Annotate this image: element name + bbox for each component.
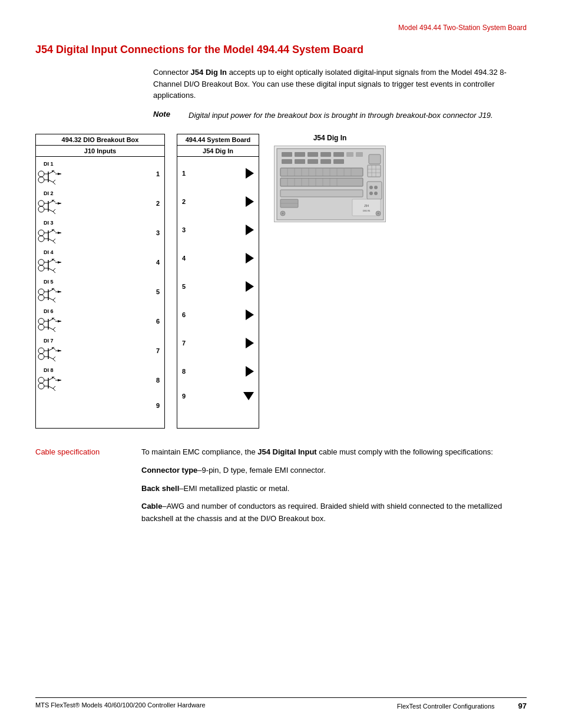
di-number: 6 (156, 318, 160, 325)
buffer-arrow (246, 338, 254, 348)
sb-number: 4 (182, 255, 194, 262)
table-row: 5 (177, 272, 259, 301)
j54-area: J54 Dig In (271, 134, 389, 222)
svg-rect-131 (280, 168, 363, 176)
di-circuit-symbol: DI 1 (38, 161, 62, 187)
svg-point-44 (38, 265, 44, 271)
svg-text:J54: J54 (363, 204, 368, 207)
svg-line-25 (53, 209, 55, 212)
svg-point-99 (38, 377, 44, 383)
buffer-arrow (246, 309, 254, 320)
svg-line-34 (48, 230, 53, 233)
svg-text:DI 7: DI 7 (44, 338, 54, 344)
svg-point-100 (38, 383, 44, 389)
svg-line-49 (48, 268, 53, 271)
svg-line-66 (53, 300, 55, 302)
svg-rect-126 (368, 165, 381, 177)
svg-line-108 (53, 388, 55, 391)
svg-point-2 (38, 177, 44, 183)
sb-number: 5 (182, 283, 194, 290)
svg-marker-13 (58, 173, 61, 175)
page: Model 494.44 Two-Station System Board J5… (0, 0, 562, 728)
di-number: 4 (156, 259, 160, 266)
buffer-arrow (246, 281, 254, 292)
di-rows: DI 1 (36, 157, 164, 419)
svg-line-95 (53, 357, 55, 359)
svg-line-80 (53, 330, 55, 332)
svg-point-57 (38, 289, 44, 295)
di-number: 2 (156, 200, 160, 207)
di-circuit-symbol: DI 8 (38, 367, 62, 393)
svg-line-20 (48, 201, 53, 203)
svg-rect-116 (320, 152, 331, 157)
connector-type-spec: Connector type–9-pin, D type, female EMI… (141, 465, 527, 477)
svg-point-155 (374, 192, 378, 195)
svg-text:DI 1: DI 1 (44, 161, 54, 167)
table-row: 8 (177, 357, 259, 386)
table-row: DI 2 (36, 189, 164, 218)
svg-marker-55 (58, 261, 61, 263)
svg-line-109 (53, 386, 55, 388)
sb-number: 2 (182, 198, 194, 205)
svg-rect-132 (280, 178, 363, 186)
note-text: Digital input power for the breakout box… (189, 110, 493, 121)
svg-line-39 (53, 239, 55, 241)
svg-point-1 (38, 171, 44, 177)
j54-bold-intro: J54 Dig In (191, 68, 227, 77)
svg-rect-114 (295, 152, 305, 157)
cable-spec-detail: Cable–AWG and number of conductors as re… (141, 500, 527, 525)
connector-type-label: Connector type (141, 466, 197, 475)
svg-marker-83 (58, 320, 61, 322)
svg-point-85 (38, 348, 44, 354)
table-row: 2 (177, 187, 259, 216)
svg-point-86 (38, 354, 44, 360)
sb-number: 8 (182, 368, 194, 375)
svg-line-81 (53, 327, 55, 330)
sb-number: 1 (182, 170, 194, 177)
sb-number: 6 (182, 311, 194, 318)
svg-point-16 (38, 206, 44, 212)
di-circuit-symbol: DI 3 (38, 220, 62, 246)
svg-point-154 (369, 192, 373, 195)
svg-point-15 (38, 200, 44, 206)
sb-number: 7 (182, 340, 194, 347)
svg-marker-27 (58, 202, 61, 205)
svg-rect-124 (333, 159, 344, 164)
di-circuit-symbol: DI 7 (38, 338, 62, 364)
svg-text:DI 5: DI 5 (44, 279, 54, 285)
svg-point-152 (369, 186, 373, 189)
svg-rect-117 (333, 152, 344, 157)
table-row: 9 (177, 386, 259, 407)
table-row: 1 (177, 159, 259, 187)
svg-rect-120 (282, 159, 292, 164)
svg-text:DIG IN: DIG IN (362, 209, 369, 212)
table-row: DI 6 (36, 307, 164, 336)
buffer-arrow (246, 196, 254, 207)
cable-spec-intro: To maintain EMC compliance, the J54 Digi… (141, 446, 527, 459)
svg-point-71 (38, 318, 44, 324)
table-row: DI 3 (36, 218, 164, 248)
backshell-spec: Back shell–EMI metallized plastic or met… (141, 483, 527, 495)
sb-number: 3 (182, 226, 194, 233)
svg-rect-122 (308, 159, 318, 164)
buffer-arrow (246, 366, 254, 377)
svg-point-58 (38, 295, 44, 301)
svg-line-7 (48, 180, 53, 182)
svg-line-53 (53, 268, 55, 271)
connector-type-text: –9-pin, D type, female EMI connector. (197, 466, 326, 475)
svg-rect-113 (282, 152, 292, 157)
footer-right-text: FlexTest Controller Configurations (397, 703, 495, 710)
di-number: 1 (156, 170, 160, 177)
svg-line-105 (48, 386, 53, 388)
svg-line-21 (48, 209, 53, 212)
cable-spec-content: To maintain EMC compliance, the J54 Digi… (141, 446, 527, 531)
svg-line-38 (53, 241, 55, 243)
table-row: DI 8 (36, 365, 164, 395)
svg-point-164 (282, 212, 283, 214)
svg-line-91 (48, 357, 53, 359)
svg-line-10 (53, 182, 55, 185)
svg-line-77 (48, 327, 53, 330)
di-number: 3 (156, 229, 160, 236)
svg-rect-121 (295, 159, 305, 164)
svg-point-29 (38, 230, 44, 236)
